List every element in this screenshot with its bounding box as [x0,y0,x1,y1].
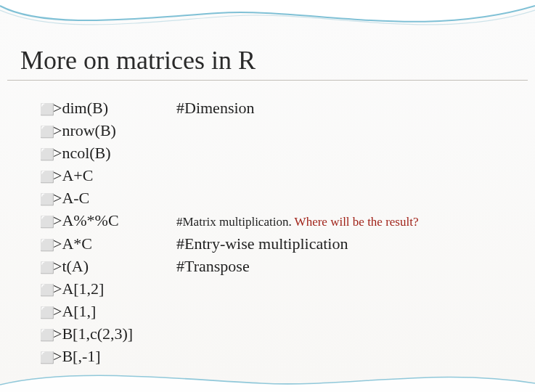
code-text: >ncol(B) [53,143,176,163]
bullet-icon: ⬜ [40,123,53,142]
bullet-icon: ⬜ [40,190,53,209]
code-row: ⬜>dim(B)#Dimension [40,98,497,119]
code-text: >A[1,] [53,301,176,322]
slide-title: More on matrices in R [20,45,256,75]
bullet-icon: ⬜ [40,168,53,187]
bullet-icon: ⬜ [40,303,53,322]
bullet-icon: ⬜ [40,281,53,300]
code-text: >A%*%C [53,211,176,231]
decorative-top-curve [0,0,535,44]
slide: More on matrices in R ⬜>dim(B)#Dimension… [0,0,535,392]
bullet-icon: ⬜ [40,213,53,232]
bullet-icon: ⬜ [40,236,53,255]
code-text: >A[1,2] [53,279,176,299]
code-row: ⬜>A[1,2] [40,279,497,300]
comment-text: #Entry-wise multiplication [176,234,348,254]
code-text: >t(A) [53,256,176,277]
code-text: >B[,-1] [53,346,176,367]
title-underline [7,80,528,81]
code-text: >dim(B) [53,98,176,118]
comment-text: #Matrix multiplication. Where will be th… [176,211,418,232]
code-row: ⬜>t(A)#Transpose [40,256,497,277]
code-row: ⬜>nrow(B) [40,121,497,142]
code-row: ⬜>A%*%C#Matrix multiplication. Where wil… [40,211,497,232]
code-text: >B[1,c(2,3)] [53,324,176,344]
bullet-icon: ⬜ [40,145,53,164]
code-text: >A*C [53,234,176,254]
code-text: >A+C [53,166,176,186]
code-row: ⬜>B[1,c(2,3)] [40,324,497,345]
code-row: ⬜>B[,-1] [40,346,497,367]
code-row: ⬜>A+C [40,166,497,187]
code-row: ⬜>A-C [40,188,497,209]
comment-text: #Transpose [176,256,250,277]
code-text: >A-C [53,188,176,208]
bullet-icon: ⬜ [40,326,53,345]
bullet-icon: ⬜ [40,100,53,119]
bullet-icon: ⬜ [40,258,53,277]
bullet-icon: ⬜ [40,348,53,367]
code-text: >nrow(B) [53,121,176,141]
code-row: ⬜>A[1,] [40,301,497,322]
code-row: ⬜>A*C#Entry-wise multiplication [40,234,497,255]
comment-text: #Dimension [176,98,255,118]
content-area: ⬜>dim(B)#Dimension⬜>nrow(B)⬜>ncol(B)⬜>A+… [40,98,497,369]
code-row: ⬜>ncol(B) [40,143,497,164]
